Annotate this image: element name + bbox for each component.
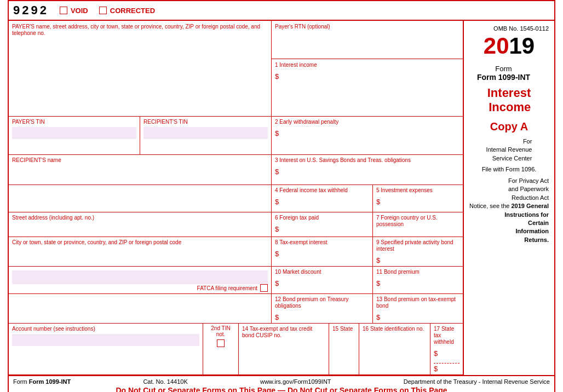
payer-rtn-box: Payer's RTN (optional)	[272, 21, 463, 59]
footer: Form Form 1099-INT Cat. No. 14410K www.i…	[9, 375, 554, 392]
year-19: 19	[509, 33, 535, 59]
tin2nd-checkbox[interactable]	[217, 339, 225, 347]
main-body: PAYER'S name, street address, city or to…	[9, 21, 554, 375]
box9: 9 Specified private activity bond intere…	[373, 237, 463, 266]
box4-dollar: $	[275, 198, 369, 206]
box4: 4 Federal income tax withheld $	[272, 185, 373, 212]
box3-dollar: $	[275, 168, 459, 176]
box1011-row: FATCA filing requirement 10 Market disco…	[9, 267, 463, 294]
box14-label: 14 Tax-exempt and tax credit bond CUSIP …	[242, 326, 312, 338]
fatca-label: FATCA filing requirement	[12, 285, 257, 291]
box2-dollar: $	[275, 129, 459, 137]
box17: 17 State tax withheld $ $	[430, 324, 463, 374]
box11-dollar: $	[376, 279, 459, 287]
box1: 1 Interest income $	[272, 59, 463, 116]
box9-label: 9 Specified private activity bond intere…	[376, 239, 453, 252]
year-20: 20	[484, 33, 509, 59]
box16: 16 State identification no.	[359, 324, 430, 374]
file-with-text: File with Form 1096.	[482, 166, 537, 172]
box6-label: 6 Foreign tax paid	[275, 215, 319, 221]
city-label: City or town, state or province, country…	[12, 239, 181, 245]
box1213-row: 12 Bond premium on Treasury obligations …	[9, 294, 463, 324]
payer-label: PAYER'S name, street address, city or to…	[12, 24, 260, 36]
fatca-area: FATCA filing requirement	[9, 267, 272, 293]
footer-notice: Do Not Cut or Separate Forms on This Pag…	[13, 386, 550, 392]
footer-top: Form Form 1099-INT Cat. No. 14410K www.i…	[13, 378, 550, 385]
box11-label: 11 Bond premium	[376, 269, 420, 275]
left-section: PAYER'S name, street address, city or to…	[9, 21, 464, 375]
fatca-shaded-top	[12, 270, 268, 284]
box17-label: 17 State tax withheld	[434, 326, 454, 345]
box10-label: 10 Market discount	[275, 269, 321, 275]
box17-dollar2: $	[434, 363, 459, 373]
void-group[interactable]: VOID	[60, 7, 88, 15]
box45-row: 4 Federal income tax withheld $ 5 Invest…	[9, 185, 463, 212]
void-checkbox[interactable]	[60, 7, 67, 14]
year-ref-text: 2019 General Instructions for Certain In…	[504, 203, 549, 243]
footer-dept: Department of the Treasury - Internal Re…	[404, 378, 550, 385]
box67-row: Street address (including apt. no.) 6 Fo…	[9, 212, 463, 237]
payer-tin-label: PAYER'S TIN	[12, 119, 45, 125]
box11: 11 Bond premium $	[373, 267, 463, 293]
box13: 13 Bond premium on tax-exempt bond $	[373, 294, 463, 323]
tax-form: 9292 VOID CORRECTED PAYER'S name, street…	[8, 0, 555, 392]
interest-income-title: Interest Income	[487, 86, 531, 115]
acct-label: Account number (see instructions)	[12, 326, 95, 332]
box9-dollar: $	[376, 256, 459, 264]
recipient-name-label: RECIPIENT'S name	[12, 157, 61, 163]
for-irs-text: For Internal Revenue Service Center	[486, 137, 532, 163]
form-number: 9292	[13, 3, 49, 18]
box10: 10 Market discount $	[272, 267, 373, 293]
footer-cat: Cat. No. 14410K	[143, 378, 187, 385]
acct-state-row: Account number (see instructions) 2nd TI…	[9, 324, 463, 375]
box2: 2 Early withdrawal penalty $	[272, 117, 463, 154]
city-addr-box: City or town, state or province, country…	[9, 237, 272, 266]
privacy-text: For Privacy Act and Paperwork Reduction …	[469, 177, 549, 244]
void-label: VOID	[71, 7, 88, 15]
box13-label: 13 Bond premium on tax-exempt bond	[376, 296, 456, 309]
box15-label: 15 State	[332, 326, 353, 332]
acct-input[interactable]	[12, 334, 199, 346]
box4-label: 4 Federal income tax withheld	[275, 187, 348, 193]
box15: 15 State	[329, 324, 359, 374]
recipient-tin-input[interactable]	[143, 127, 268, 139]
street-addr-box: Street address (including apt. no.)	[9, 212, 272, 237]
recipient-name-box: RECIPIENT'S name	[9, 155, 272, 185]
box10-dollar: $	[275, 279, 369, 287]
recipient-tin-box: RECIPIENT'S TIN	[140, 117, 272, 154]
corrected-label: CORRECTED	[110, 7, 155, 15]
omb-number: OMB No. 1545-0112	[493, 25, 549, 32]
payer-row: PAYER'S name, street address, city or to…	[9, 21, 463, 117]
corrected-group[interactable]: CORRECTED	[99, 7, 155, 15]
box6: 6 Foreign tax paid $	[272, 212, 373, 237]
box8: 8 Tax-exempt interest $	[272, 237, 373, 266]
tin-row: PAYER'S TIN RECIPIENT'S TIN 2 Early with…	[9, 117, 463, 155]
fatca-label-area: FATCA filing requirement	[12, 284, 268, 292]
tin2nd-box: 2nd TIN not.	[203, 324, 239, 374]
box7-label: 7 Foreign country or U.S. possession	[376, 215, 438, 227]
footer-web: www.irs.gov/Form1099INT	[260, 378, 331, 385]
box12-label: 12 Bond premium on Treasury obligations	[275, 296, 349, 309]
payer-tin-input[interactable]	[12, 127, 136, 139]
box8-label: 8 Tax-exempt interest	[275, 239, 327, 245]
fatca-checkbox[interactable]	[260, 284, 268, 292]
corrected-checkbox[interactable]	[99, 7, 107, 14]
box5: 5 Investment expenses $	[373, 185, 463, 212]
box3-label: 3 Interest on U.S. Savings Bonds and Tre…	[275, 157, 411, 163]
box16-label: 16 State identification no.	[363, 326, 424, 332]
box12: 12 Bond premium on Treasury obligations …	[272, 294, 373, 323]
box3-row: RECIPIENT'S name 3 Interest on U.S. Savi…	[9, 155, 463, 185]
box7: 7 Foreign country or U.S. possession	[373, 212, 463, 237]
form-label-right: Form Form 1099-INT	[458, 60, 549, 86]
payer-right: Payer's RTN (optional) 1 Interest income…	[272, 21, 463, 116]
box5-label: 5 Investment expenses	[376, 187, 433, 193]
box8-dollar: $	[275, 250, 369, 258]
payer-tin-box: PAYER'S TIN	[9, 117, 140, 154]
tin2nd-label: 2nd TIN not.	[206, 325, 235, 337]
box14: 14 Tax-exempt and tax credit bond CUSIP …	[239, 324, 329, 374]
box6-dollar: $	[275, 225, 369, 233]
box5-dollar: $	[376, 198, 459, 206]
box89-row: City or town, state or province, country…	[9, 237, 463, 267]
top-bar: 9292 VOID CORRECTED	[9, 1, 554, 21]
box3: 3 Interest on U.S. Savings Bonds and Tre…	[272, 155, 463, 185]
